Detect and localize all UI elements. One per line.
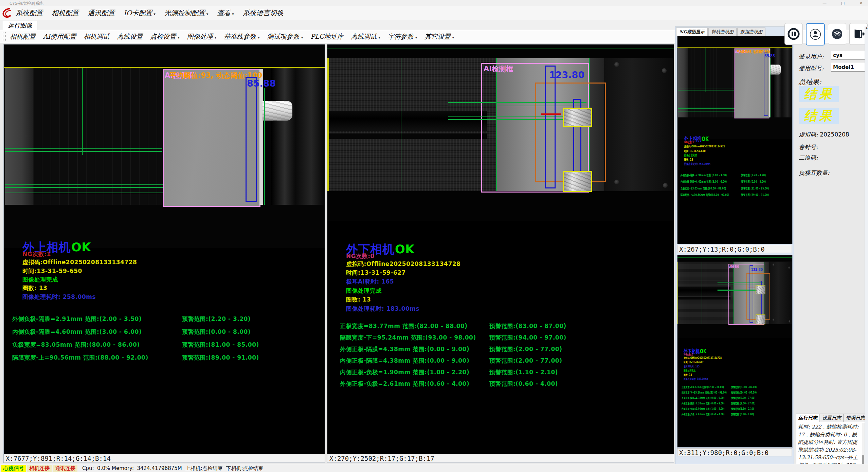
menu-io-card-config[interactable]: IO卡配置▾ bbox=[124, 8, 156, 18]
login-user-field[interactable]: cys bbox=[831, 51, 867, 60]
tab-settings-log[interactable]: 设置日志 bbox=[820, 414, 844, 422]
reference-vertical-line bbox=[401, 58, 401, 191]
tool-offline-settings[interactable]: 离线设置 bbox=[117, 32, 143, 41]
tool-test-item-params[interactable]: 测试项参数▾ bbox=[267, 32, 303, 41]
menu-bar: 系统配置 相机配置 通讯配置 IO卡配置▾ 光源控制配置▾ 查看▾ 系统语言切换 bbox=[0, 6, 868, 20]
tool-offline-debug[interactable]: 离线调试▾ bbox=[351, 32, 380, 41]
tool-image-processing[interactable]: 图像处理▾ bbox=[187, 32, 217, 41]
upper-camera-image[interactable]: AI检测框 平均阈值:93, 动态阈值:100 85.88 bbox=[677, 36, 792, 140]
image-right-dark bbox=[769, 262, 792, 324]
log-scrollbar-thumb[interactable] bbox=[862, 455, 864, 464]
ai-elapsed-time: 极耳AI耗时: 165 bbox=[684, 365, 700, 368]
tool-camera-config[interactable]: 相机配置 bbox=[10, 32, 36, 41]
measurement-row: 隔膜宽度-下=95.24mm 范围:(93.00 - 98.00)预警范围:(9… bbox=[340, 334, 476, 342]
tool-camera-debug[interactable]: 相机调试 bbox=[84, 32, 109, 41]
scroll-up-icon[interactable]: ▲ bbox=[866, 26, 867, 29]
menu-light-control-config[interactable]: 光源控制配置▾ bbox=[164, 8, 209, 18]
warning-range-text: 预警范围:(1.10 - 2.10) bbox=[731, 407, 754, 411]
tool-plc-address-lib[interactable]: PLC地址库 bbox=[310, 32, 343, 41]
restore-icon[interactable]: ▢ bbox=[839, 1, 846, 5]
close-icon[interactable]: ✕ bbox=[858, 1, 865, 5]
tab-error-log[interactable]: 错误日志 bbox=[844, 414, 867, 422]
window-scrollbar[interactable]: ▲ bbox=[865, 26, 868, 464]
measure-line bbox=[678, 107, 736, 107]
tool-label: 离线调试 bbox=[351, 33, 377, 40]
upper-camera-thumbnail[interactable]: AI检测框 平均阈值:93, 动态阈值:100 85.88 外上相机OK NG次… bbox=[677, 36, 793, 244]
log-output-box[interactable]: 耗时: 222，缺陷检测耗时: 17，缺陷分类耗时: 0，缺陷提取分区耗时: 直… bbox=[796, 422, 865, 470]
processing-done: 图像处理完成 bbox=[22, 276, 58, 284]
tool-baseline-params[interactable]: 基准线参数▾ bbox=[224, 32, 260, 41]
turn-count: 圈数: 13 bbox=[346, 296, 371, 304]
chevron-down-icon: ▾ bbox=[452, 35, 454, 40]
reel-needle-label: 卷针号: bbox=[799, 143, 818, 151]
tab-run-log[interactable]: 运行日志 bbox=[796, 414, 820, 422]
reference-vertical-line bbox=[702, 262, 702, 324]
turn-count: 圈数: 13 bbox=[684, 158, 693, 162]
dark-groove bbox=[678, 297, 730, 299]
virtual-code: 虚拟码:Offline20250208133134728 bbox=[22, 258, 137, 266]
measure-value-overlay: 123.80 bbox=[549, 70, 584, 80]
warning-range-text: 预警范围:(94.00 - 97.00) bbox=[489, 334, 566, 342]
tab-ng-screenshot[interactable]: NG截图显示 bbox=[676, 28, 708, 36]
tool-spot-check[interactable]: 点检设置▾ bbox=[150, 32, 180, 41]
tab-material-curve[interactable]: 料线曲线图 bbox=[708, 28, 737, 36]
measure-line bbox=[678, 89, 734, 89]
tab-detect-yellow-box bbox=[756, 314, 765, 324]
lower-camera-image[interactable]: AI检测框 123.80 bbox=[327, 44, 674, 221]
ng-count: NG次数:0 bbox=[346, 252, 375, 260]
menu-view[interactable]: 查看▾ bbox=[217, 8, 234, 18]
warning-range-text: 预警范围:(2.00 - 77.00) bbox=[731, 396, 755, 400]
dark-groove bbox=[329, 133, 487, 139]
result-text: 结果 bbox=[804, 86, 834, 103]
menu-comm-config[interactable]: 通讯配置 bbox=[88, 8, 115, 18]
log-panel: 运行日志 设置日志 错误日志 耗时: 222，缺陷检测耗时: 17，缺陷分类耗时… bbox=[796, 414, 865, 470]
menu-label: 查看 bbox=[217, 9, 231, 17]
measurement-row: 内侧正极-负极=1.90mm 范围:(1.00 - 2.20)预警范围:(1.1… bbox=[340, 368, 469, 376]
heartbeat-status-badge: 心跳信号 bbox=[1, 465, 26, 472]
lower-camera-thumbnail[interactable]: AI检测框 123.80 外下相机OK NG次数:0 虚拟码:Offline20… bbox=[677, 255, 793, 448]
tab-run-image[interactable]: 运行图像 bbox=[3, 21, 37, 30]
warning-range-text: 预警范围:(81.00 - 85.00) bbox=[182, 341, 259, 349]
upper-camera-thumbnail-content: AI检测框 平均阈值:93, 动态阈值:100 85.88 外上相机OK NG次… bbox=[677, 36, 792, 244]
log-scrollbar[interactable] bbox=[862, 423, 865, 468]
electrode-edge-strip bbox=[259, 69, 263, 205]
login-user-label: 登录用户: bbox=[799, 53, 824, 60]
menu-system-config[interactable]: 系统配置 bbox=[16, 8, 43, 18]
upper-camera-image[interactable]: AI检测框 平均阈值:93, 动态阈值:100 85.88 bbox=[4, 44, 325, 248]
tool-label: 基准线参数 bbox=[224, 33, 256, 40]
measure-value-overlay: 85.88 bbox=[247, 78, 276, 89]
measurement-row: 隔膜宽度-上=90.56mm 范围:(88.00 - 92.00)预警范围:(8… bbox=[12, 354, 148, 362]
result-ok: OK bbox=[702, 135, 709, 142]
menu-language-switch[interactable]: 系统语言切换 bbox=[243, 8, 284, 18]
ai-roi-label: AI检测框 bbox=[729, 265, 739, 269]
tab-data-curve[interactable]: 数据曲线图 bbox=[737, 28, 765, 36]
menu-camera-config[interactable]: 相机配置 bbox=[52, 8, 79, 18]
measurement-row: 外侧正极-负极=2.61mm 范围:(0.60 - 4.00)预警范围:(0.6… bbox=[340, 380, 469, 388]
lower-camera-image[interactable]: AI检测框 123.80 bbox=[677, 255, 792, 338]
upper-camera-panel: AI检测框 平均阈值:93, 动态阈值:100 85.88 外上相机OK NG次… bbox=[3, 44, 325, 463]
timestamp: 时间:13-31-59-627 bbox=[346, 269, 406, 277]
measurement-text: 内侧正极-隔膜=4.38mm 范围:(0.00 - 9.00) bbox=[340, 357, 469, 364]
model-field[interactable]: Model1 bbox=[831, 63, 867, 72]
cpu-memory-readout: Cpu: 0.0% Memory: 3424.41796875M bbox=[82, 465, 182, 471]
menu-label: 光源控制配置 bbox=[164, 9, 205, 17]
timestamp: 时间:13-31-59-627 bbox=[684, 361, 703, 364]
screw-detail bbox=[773, 319, 774, 321]
measurement-row: 外侧负极-隔膜=2.91mm 范围:(2.00 - 3.50)预警范围:(2.2… bbox=[681, 173, 727, 177]
measurement-row: 外侧正极-隔膜=4.38mm 范围:(0.00 - 9.00)预警范围:(2.0… bbox=[682, 396, 724, 400]
thumbnail-coordinate-readout: X:311;Y:980;R:0;G:0;B:0 bbox=[677, 448, 792, 456]
defect-red-mark bbox=[748, 288, 755, 288]
toolbar-grip-handle[interactable] bbox=[3, 32, 6, 41]
tool-ai-usage-config[interactable]: AI使用配置 bbox=[43, 32, 76, 41]
measurement-text: 外侧负极-隔膜=2.91mm 范围:(2.00 - 3.50) bbox=[681, 174, 727, 177]
warning-range-text: 预警范围:(2.20 - 3.20) bbox=[182, 315, 251, 323]
baseline-yellow-line bbox=[4, 67, 325, 68]
minimize-icon[interactable]: — bbox=[821, 1, 828, 5]
measure-line bbox=[5, 193, 167, 193]
tool-char-params[interactable]: 字符参数▾ bbox=[388, 32, 417, 41]
tool-other-settings[interactable]: 其它设置▾ bbox=[424, 32, 454, 41]
chevron-down-icon: ▾ bbox=[301, 35, 303, 40]
chevron-down-icon: ▾ bbox=[415, 35, 417, 40]
chevron-down-icon: ▾ bbox=[153, 12, 156, 16]
processing-time: 图像处理耗时: 183.00ms bbox=[684, 377, 708, 381]
